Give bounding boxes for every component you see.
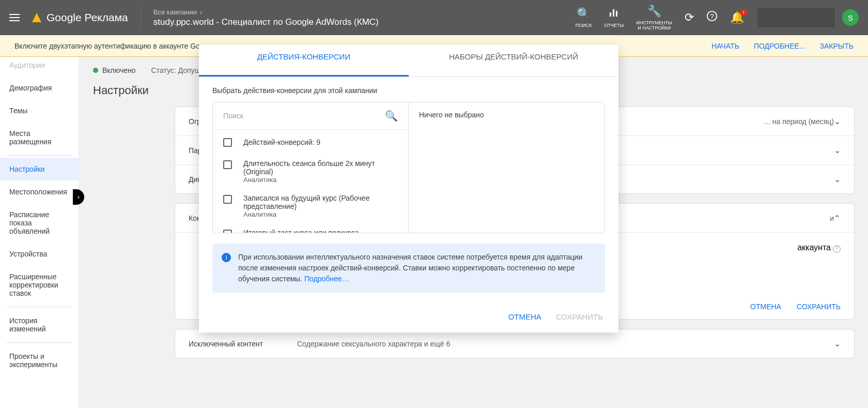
svg-rect-2 [616, 11, 617, 17]
row-value: Содержание сексуального характера и ещё … [297, 340, 834, 348]
info-text: При использовании интеллектуального назн… [238, 253, 582, 283]
status-enabled-label: Включено [102, 66, 136, 74]
conversion-count-label: Действий-конверсий: 9 [243, 138, 320, 146]
notif-start-link[interactable]: НАЧАТЬ [711, 42, 739, 50]
help-icon[interactable]: ? [706, 10, 718, 25]
sidebar-item-themes[interactable]: Темы [0, 99, 79, 122]
breadcrumb-parent: Все кампании [153, 8, 197, 16]
product-name: Google Реклама [47, 11, 128, 24]
notification-badge: ! [740, 9, 747, 16]
wrench-icon: 🔧 [647, 5, 661, 18]
notifications-icon[interactable]: 🔔! [730, 11, 744, 24]
tools-label: ИНСТРУМЕНТЫ И НАСТРОЙКИ [636, 20, 672, 31]
nothing-selected-label: Ничего не выбрано [419, 111, 484, 119]
sidebar-item-settings[interactable]: Настройки [0, 158, 79, 180]
conversions-cancel-button[interactable]: ОТМЕНА [750, 303, 781, 311]
help-tooltip-icon[interactable]: ? [833, 245, 841, 253]
modal-right-panel: Ничего не выбрано [409, 102, 605, 233]
search-icon: 🔍 [577, 7, 591, 21]
sidebar-item-bidadj[interactable]: Расширенные корректировки ставок [0, 265, 79, 305]
item-name: Записался на будущий курс (Рабочее предс… [243, 194, 398, 210]
item-source: Аналитика [243, 210, 398, 218]
chevron-down-icon: ⌄ [834, 339, 841, 349]
status-prefix: Статус: [151, 66, 176, 74]
info-icon: i [222, 253, 231, 262]
sidebar-divider [6, 307, 72, 307]
row-label: Исключенный контент [189, 340, 297, 348]
chevron-up-icon: ⌄ [834, 213, 841, 223]
conversion-list[interactable]: Длительность сеанса больше 2х минут (Ori… [213, 154, 408, 233]
svg-text:?: ? [710, 12, 714, 20]
reports-label: ОТЧЕТЫ [604, 23, 624, 28]
avatar[interactable]: S [842, 9, 859, 26]
product-logo[interactable]: Google Реклама [32, 11, 128, 24]
info-box: i При использовании интеллектуального на… [212, 244, 605, 293]
refresh-icon[interactable]: ⟳ [685, 11, 694, 24]
account-chip[interactable] [757, 8, 835, 27]
checkbox[interactable] [223, 230, 232, 233]
list-item[interactable]: Записался на будущий курс (Рабочее предс… [213, 189, 408, 223]
status-dot-icon [93, 68, 98, 73]
modal-cancel-button[interactable]: ОТМЕНА [508, 312, 541, 321]
tools-button[interactable]: 🔧 ИНСТРУМЕНТЫ И НАСТРОЙКИ [636, 5, 672, 31]
row-excluded[interactable]: Исключенный контент Содержание сексуальн… [175, 329, 854, 358]
hamburger-icon[interactable] [9, 12, 20, 23]
sidebar-divider [6, 155, 72, 156]
sidebar-item-locations[interactable]: Местоположения [0, 180, 79, 203]
sidebar-item-devices[interactable]: Устройства [0, 243, 79, 265]
conversions-account-text: аккаунта [797, 243, 831, 252]
search-button[interactable]: 🔍 ПОИСК [576, 7, 592, 28]
sidebar-item-experiments[interactable]: Проекты и эксперименты [0, 345, 79, 376]
svg-rect-1 [613, 9, 614, 17]
notification-text: Включите двухэтапную аутентификацию в ак… [14, 42, 206, 50]
sidebar-item-placements[interactable]: Места размещения [0, 122, 79, 153]
select-all-checkbox[interactable] [223, 138, 232, 147]
tab-conversions[interactable]: ДЕЙСТВИЯ-КОНВЕРСИИ [199, 52, 409, 77]
conversions-save-button[interactable]: СОХРАНИТЬ [797, 303, 841, 311]
item-source: Аналитика [243, 176, 398, 184]
modal-save-button[interactable]: СОХРАНИТЬ [556, 312, 603, 321]
sidebar-item-demography[interactable]: Демография [0, 77, 79, 99]
bar-chart-icon [609, 7, 619, 21]
list-item[interactable]: Итоговый тест курса или подкурса [213, 223, 408, 233]
breadcrumb-current: study.ppc.world - Специалист по Google A… [153, 17, 379, 27]
tab-conversion-sets[interactable]: НАБОРЫ ДЕЙСТВИЙ-КОНВЕРСИЙ [409, 52, 618, 77]
google-ads-triangle-icon [32, 13, 41, 22]
sidebar: Аудитории Демография Темы Места размещен… [0, 57, 79, 408]
sidebar-item-schedule[interactable]: Расписание показа объявлений [0, 203, 79, 243]
modal-left-panel: 🔍 Действий-конверсий: 9 Длительность сеа… [213, 102, 409, 233]
item-name: Длительность сеанса больше 2х минут (Ori… [243, 159, 398, 176]
sidebar-item-audiences[interactable]: Аудитории [0, 59, 79, 77]
notif-close-link[interactable]: ЗАКРЫТЬ [820, 42, 854, 50]
svg-rect-0 [610, 12, 611, 17]
item-name: Итоговый тест курса или подкурса [243, 229, 359, 233]
list-item[interactable]: Длительность сеанса больше 2х минут (Ori… [213, 154, 408, 189]
sidebar-item-history[interactable]: История изменений [0, 309, 79, 340]
sidebar-divider [6, 342, 72, 343]
conversion-selector-modal: ДЕЙСТВИЯ-КОНВЕРСИИ НАБОРЫ ДЕЙСТВИЙ-КОНВЕ… [199, 45, 618, 333]
search-label: ПОИСК [576, 23, 592, 28]
divider [141, 8, 141, 27]
breadcrumb[interactable]: Все кампании› study.ppc.world - Специали… [153, 8, 379, 27]
settings-card-excluded: Исключенный контент Содержание сексуальн… [175, 329, 855, 358]
chevron-down-icon: ⌄ [834, 116, 841, 126]
chevron-down-icon: ⌄ [834, 145, 841, 155]
modal-tabs: ДЕЙСТВИЯ-КОНВЕРСИИ НАБОРЫ ДЕЙСТВИЙ-КОНВЕ… [199, 45, 618, 77]
checkbox[interactable] [223, 160, 232, 169]
app-header: Google Реклама Все кампании› study.ppc.w… [0, 0, 868, 35]
chevron-down-icon: ⌄ [834, 174, 841, 184]
search-input[interactable] [223, 112, 385, 120]
checkbox[interactable] [223, 195, 232, 204]
info-more-link[interactable]: Подробнее… [304, 275, 349, 283]
search-icon[interactable]: 🔍 [385, 110, 398, 122]
chevron-right-icon: › [200, 8, 202, 16]
notif-more-link[interactable]: ПОДРОБНЕЕ... [754, 42, 805, 50]
reports-button[interactable]: ОТЧЕТЫ [604, 7, 624, 28]
modal-subtitle: Выбрать действия-конверсии для этой камп… [199, 77, 618, 102]
